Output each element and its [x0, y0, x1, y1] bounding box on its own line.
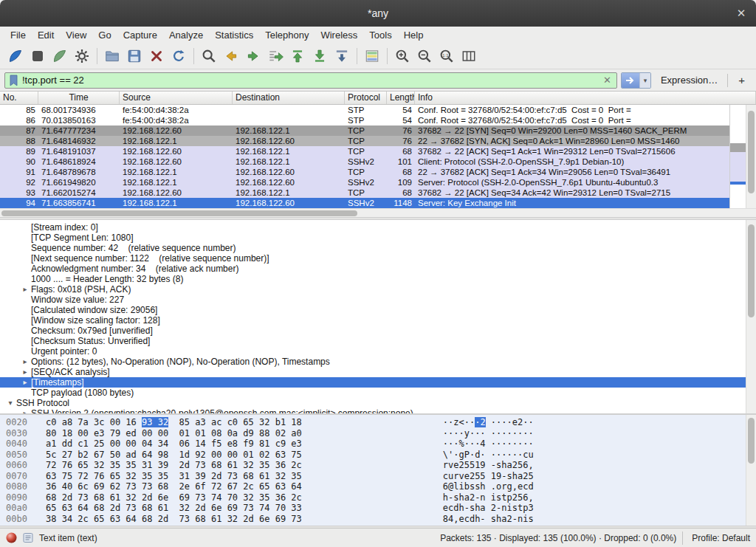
scrollbar-thumb[interactable] — [748, 111, 755, 193]
capture-comment-icon[interactable] — [23, 532, 33, 543]
packet-row-90[interactable]: 9071.648618924192.168.122.60192.168.122.… — [0, 156, 729, 167]
hex-row-00a0[interactable]: 00a065 63 64 68 2d 73 68 61 32 2d 6e 69 … — [6, 503, 746, 514]
detail-line[interactable]: [Calculated window size: 29056] — [0, 305, 746, 315]
packet-row-94[interactable]: 9471.663856741192.168.122.1192.168.122.6… — [0, 198, 729, 208]
detail-line[interactable]: [TCP Segment Len: 1080] — [0, 233, 746, 243]
menu-analyze[interactable]: Analyze — [163, 27, 209, 43]
packet-row-92[interactable]: 9271.661949820192.168.122.1192.168.122.6… — [0, 177, 729, 188]
detail-line[interactable]: ▸Flags: 0x018 (PSH, ACK) — [0, 284, 746, 295]
menu-file[interactable]: File — [4, 27, 32, 43]
hex-row-0020[interactable]: 0020c0 a8 7a 3c 00 16 93 32 85 a3 ac c0 … — [6, 417, 746, 428]
menu-wireless[interactable]: Wireless — [315, 27, 363, 43]
detail-line[interactable]: Checksum: 0x79ed [unverified] — [0, 326, 746, 336]
detail-line[interactable]: ▸[SEQ/ACK analysis] — [0, 367, 746, 377]
hex-row-0080[interactable]: 008036 40 6c 69 62 73 73 68 2e 6f 72 67 … — [6, 481, 746, 492]
detail-line[interactable]: ▸[Timestamps] — [0, 377, 746, 388]
column-header-time[interactable]: Time — [38, 92, 120, 104]
scrollbar-thumb[interactable] — [1, 210, 357, 216]
filter-history-dropdown[interactable]: ▾ — [639, 72, 650, 89]
restart-capture-button[interactable] — [49, 46, 71, 66]
expand-icon[interactable]: ▸ — [19, 408, 31, 413]
detail-line[interactable]: TCP payload (1080 bytes) — [0, 388, 746, 398]
expand-icon[interactable]: ▸ — [19, 367, 31, 377]
expand-icon[interactable]: ▸ — [19, 284, 31, 295]
auto-scroll-button[interactable] — [331, 46, 353, 66]
column-header-no[interactable]: No. — [0, 92, 38, 104]
packet-row-87[interactable]: 8771.647777234192.168.122.60192.168.122.… — [0, 125, 729, 136]
packet-list-minimap[interactable] — [729, 105, 746, 208]
column-header-source[interactable]: Source — [120, 92, 233, 104]
bytes-scrollbar[interactable] — [746, 415, 756, 526]
go-last-button[interactable] — [309, 46, 331, 66]
menu-view[interactable]: View — [60, 27, 92, 43]
expand-icon[interactable]: ▸ — [19, 377, 31, 388]
expert-info-icon[interactable] — [6, 532, 17, 543]
stop-capture-button[interactable] — [27, 46, 49, 66]
packet-row-88[interactable]: 8871.648146932192.168.122.1192.168.122.6… — [0, 136, 729, 146]
menu-statistics[interactable]: Statistics — [209, 27, 259, 43]
filter-apply-button[interactable] — [622, 72, 639, 89]
scrollbar-thumb[interactable] — [748, 418, 755, 464]
capture-options-button[interactable] — [71, 46, 93, 66]
hex-row-0060[interactable]: 006072 76 65 32 35 35 31 39 2d 73 68 61 … — [6, 460, 746, 471]
reload-file-button[interactable] — [168, 46, 190, 66]
zoom-original-button[interactable]: 1:1 — [436, 46, 458, 66]
hex-row-0090[interactable]: 009068 2d 73 68 61 32 2d 6e 69 73 74 70 … — [6, 492, 746, 503]
display-filter-input[interactable] — [22, 75, 598, 86]
start-capture-button[interactable] — [4, 46, 27, 66]
detail-line[interactable]: Urgent pointer: 0 — [0, 346, 746, 357]
hex-row-0050[interactable]: 00505c 27 b2 67 50 ad 64 98 1d 92 00 00 … — [6, 450, 746, 461]
packet-row-89[interactable]: 8971.648191037192.168.122.60192.168.122.… — [0, 146, 729, 156]
save-file-button[interactable] — [123, 46, 145, 66]
add-filter-button[interactable]: + — [732, 74, 752, 86]
menu-edit[interactable]: Edit — [32, 27, 60, 43]
go-to-packet-button[interactable] — [264, 46, 286, 66]
hex-row-0040[interactable]: 0040a1 dd c1 25 00 00 04 34 06 14 f5 e8 … — [6, 438, 746, 450]
detail-line[interactable]: [Checksum Status: Unverified] — [0, 336, 746, 346]
go-first-button[interactable] — [286, 46, 309, 66]
menu-go[interactable]: Go — [92, 27, 117, 43]
go-forward-button[interactable] — [242, 46, 264, 66]
packet-row-86[interactable]: 8670.013850163fe:54:00:d4:38:2aSTP54Conf… — [0, 115, 729, 125]
open-file-button[interactable] — [101, 46, 123, 66]
detail-line[interactable]: [Window size scaling factor: 128] — [0, 315, 746, 326]
display-filter-field[interactable]: ✕ — [4, 72, 617, 89]
column-header-info[interactable]: Info — [415, 92, 756, 104]
go-back-button[interactable] — [220, 46, 242, 66]
colorize-packets-button[interactable] — [361, 46, 383, 66]
detail-line[interactable]: Acknowledgment number: 34 (relative ack … — [0, 264, 746, 274]
expression-button[interactable]: Expression… — [655, 75, 724, 86]
detail-line[interactable]: Sequence number: 42 (relative sequence n… — [0, 243, 746, 253]
detail-line[interactable]: ▸Options: (12 bytes), No-Operation (NOP)… — [0, 357, 746, 367]
packet-row-93[interactable]: 9371.662015274192.168.122.60192.168.122.… — [0, 188, 729, 198]
zoom-in-button[interactable] — [391, 46, 413, 66]
column-header-destination[interactable]: Destination — [233, 92, 345, 104]
zoom-out-button[interactable] — [413, 46, 436, 66]
column-header-protocol[interactable]: Protocol — [345, 92, 387, 104]
details-scrollbar[interactable] — [746, 220, 756, 413]
title-bar[interactable]: *any ✕ — [0, 0, 756, 27]
status-profile[interactable]: Profile: Default — [689, 533, 750, 543]
column-header-length[interactable]: Length — [387, 92, 415, 104]
scrollbar-thumb[interactable] — [748, 224, 755, 317]
hex-row-0030[interactable]: 003080 18 00 e3 79 ed 00 00 01 01 08 0a … — [6, 428, 746, 439]
menu-capture[interactable]: Capture — [117, 27, 163, 43]
detail-line[interactable]: 1000 .... = Header Length: 32 bytes (8) — [0, 274, 746, 284]
hex-row-0070[interactable]: 007063 75 72 76 65 32 35 35 31 39 2d 73 … — [6, 471, 746, 482]
menu-telephony[interactable]: Telephony — [259, 27, 315, 43]
menu-tools[interactable]: Tools — [363, 27, 397, 43]
detail-line[interactable]: [Stream index: 0] — [0, 222, 746, 233]
filter-bookmark-icon[interactable] — [9, 75, 18, 86]
detail-line[interactable]: ▸SSH Version 2 (encryption:chacha20-poly… — [0, 408, 746, 413]
menu-help[interactable]: Help — [398, 27, 430, 43]
packet-row-85[interactable]: 8568.001734936fe:54:00:d4:38:2aSTP54Conf… — [0, 105, 729, 115]
resize-columns-button[interactable] — [458, 46, 480, 66]
packet-list-scrollbar[interactable] — [746, 105, 756, 208]
close-window-button[interactable]: ✕ — [734, 6, 749, 21]
detail-line[interactable]: Window size value: 227 — [0, 295, 746, 305]
hex-row-00b0[interactable]: 00b038 34 2c 65 63 64 68 2d 73 68 61 32 … — [6, 514, 746, 525]
filter-clear-icon[interactable]: ✕ — [602, 75, 613, 86]
expand-icon[interactable]: ▸ — [19, 357, 31, 367]
detail-line[interactable]: [Next sequence number: 1122 (relative se… — [0, 253, 746, 264]
find-packet-button[interactable] — [198, 46, 220, 66]
